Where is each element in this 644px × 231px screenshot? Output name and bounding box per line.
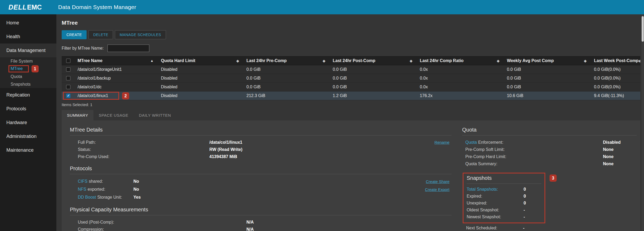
dd-boost-link[interactable]: DD Boost	[78, 195, 96, 200]
status-row: Status: RW (Read Write)	[78, 146, 452, 153]
protocols-title: Protocols	[70, 165, 452, 174]
sidebar-item-quota[interactable]: Quota	[0, 73, 56, 80]
row-checkbox[interactable]	[66, 67, 70, 72]
oldest-snapshot-row: Oldest Snapshot: -	[467, 207, 541, 213]
table-row-backup[interactable]: /data/col1/backup Disabled 0.0 GiB 0.0 G…	[62, 74, 640, 83]
mtree-details-title: MTree Details	[70, 127, 452, 136]
hard-limit-row: Pre-Comp Hard Limit: None	[465, 153, 637, 160]
toolbar: CREATE DELETE MANAGE SCHEDULES	[62, 30, 640, 39]
dell-emc-logo: DELLEMC	[8, 3, 42, 11]
app-title: Data Domain System Manager	[58, 4, 136, 10]
quota-section: Quota QuotaEnforcement: Disabled Pre-Com…	[462, 127, 637, 167]
page-title: MTree	[62, 20, 640, 26]
annotation-badge-3: 3	[550, 175, 557, 182]
sidebar-item-protocols[interactable]: Protocols	[0, 102, 56, 116]
mtree-table: MTree Name▲ Quota Hard Limit◆ Last 24hr …	[62, 56, 640, 100]
protocols-section: Protocols CIFSshared: No Create Share NF…	[70, 165, 452, 201]
sidebar-item-file-system[interactable]: File System	[0, 57, 56, 65]
manage-schedules-button[interactable]: MANAGE SCHEDULES	[115, 30, 166, 39]
cell-comp-ratio: 0.0x	[417, 76, 504, 81]
vertical-scrollbar[interactable]	[641, 14, 644, 231]
sort-icon: ◆	[323, 59, 325, 63]
mtree-details-section: MTree Details Full Path: /data/col1/linu…	[70, 127, 452, 160]
rename-link[interactable]: Rename	[434, 140, 449, 145]
cell-last-week: 9.4 GiB(-11.3%)	[591, 93, 640, 98]
sort-icon: ◆	[497, 59, 499, 63]
quota-link[interactable]: Quota	[465, 140, 477, 145]
column-header-last-24hr-comp-ratio[interactable]: Last 24hr Comp Ratio◆	[417, 58, 504, 63]
nfs-row: NFSexported: No Create Export	[78, 185, 452, 193]
row-checkbox-checked[interactable]	[66, 94, 70, 98]
cell-weekly-avg: 0.0 GiB	[504, 85, 591, 89]
column-header-last-24hr-pre-comp[interactable]: Last 24hr Pre-Comp◆	[244, 58, 330, 63]
sort-icon: ◆	[584, 59, 587, 63]
cell-last-week: 0.0 GiB(0.0%)	[591, 76, 640, 81]
sidebar-item-health[interactable]: Health	[0, 30, 56, 43]
cell-last-week: 0.0 GiB(0.0%)	[591, 67, 640, 72]
soft-limit-row: Pre-Comp Soft Limit: None	[465, 146, 637, 153]
sidebar-item-home[interactable]: Home	[0, 16, 56, 30]
cell-quota-hard-limit: Disabled	[158, 67, 244, 72]
next-scheduled-row: Next Scheduled: -	[466, 224, 637, 231]
expired-row: Expired: 0	[467, 193, 541, 200]
cell-weekly-avg: 10.6 GiB	[504, 93, 591, 98]
cell-comp-ratio: 0.0x	[417, 67, 504, 72]
sidebar-item-hardware[interactable]: Hardware	[0, 116, 56, 129]
main-content: MTree CREATE DELETE MANAGE SCHEDULES Fil…	[56, 14, 644, 231]
sort-icon: ◆	[410, 59, 412, 63]
quota-title: Quota	[462, 127, 637, 136]
sidebar-item-replication[interactable]: Replication	[0, 88, 56, 102]
sort-ascending-icon: ▲	[150, 59, 154, 63]
column-header-last-24hr-post-comp[interactable]: Last 24hr Post-Comp◆	[330, 58, 417, 63]
summary-right-column: Quota QuotaEnforcement: Disabled Pre-Com…	[462, 127, 637, 231]
column-header-last-week-post-comp[interactable]: Last Week Post-Comp◆	[591, 58, 640, 63]
column-header-mtree-name[interactable]: MTree Name▲	[75, 58, 158, 63]
sidebar-item-snapshots[interactable]: Snapshots	[0, 80, 56, 88]
sidebar-item-data-management[interactable]: Data Management	[0, 43, 56, 57]
snapshots-title: Snapshots	[467, 175, 541, 184]
cifs-link[interactable]: CIFS	[78, 179, 87, 184]
cell-post-comp: 1.2 GiB	[330, 93, 417, 98]
annotation-badge-1: 1	[31, 65, 39, 72]
nfs-link[interactable]: NFS	[78, 187, 86, 192]
cell-pre-comp: 0.0 GiB	[244, 76, 330, 81]
row-checkbox[interactable]	[66, 76, 70, 80]
cell-comp-ratio: 0.0x	[417, 85, 504, 89]
cell-pre-comp: 0.0 GiB	[244, 85, 330, 89]
sidebar-item-maintenance[interactable]: Maintenance	[0, 143, 56, 157]
cell-quota-hard-limit: Disabled	[158, 85, 244, 89]
table-row-dc[interactable]: /data/col1/dc Disabled 0.0 GiB 0.0 GiB 0…	[62, 83, 640, 91]
annotation-box-3: 3 Snapshots Total Snapshots: 0 Expired: …	[463, 173, 545, 223]
delete-button[interactable]: DELETE	[88, 30, 113, 39]
filter-mtree-name-input[interactable]	[107, 45, 149, 52]
used-post-comp-row: Used (Post-Comp): N/A	[78, 219, 452, 226]
tab-space-usage[interactable]: SPACE USAGE	[93, 110, 134, 120]
create-share-link[interactable]: Create Share	[426, 179, 449, 184]
total-snapshots-row: Total Snapshots: 0	[467, 186, 541, 193]
unexpired-row: Unexpired: 0	[467, 200, 541, 207]
create-button[interactable]: CREATE	[62, 30, 87, 39]
column-header-quota-hard-limit[interactable]: Quota Hard Limit◆	[158, 58, 244, 63]
tab-daily-written[interactable]: DAILY WRITTEN	[134, 110, 176, 120]
table-row-storageunit1[interactable]: /data/col1/StorageUnit1 Disabled 0.0 GiB…	[62, 65, 640, 74]
newest-snapshot-row: Newest Snapshot: -	[467, 213, 541, 220]
row-checkbox[interactable]	[66, 85, 70, 89]
create-export-link[interactable]: Create Export	[425, 187, 449, 192]
physical-capacity-title: Physical Capacity Measurements	[70, 207, 452, 215]
total-snapshots-link[interactable]: Total Snapshots:	[467, 187, 498, 192]
column-header-weekly-avg-post-comp[interactable]: Weekly Avg Post Comp◆	[504, 58, 591, 63]
ddboost-row: DD BoostStorage Unit: Yes	[78, 193, 452, 201]
compression-row: Compression: N/A	[78, 226, 452, 231]
scrollbar-thumb[interactable]	[642, 16, 644, 42]
cifs-row: CIFSshared: No Create Share	[78, 177, 452, 185]
sidebar-item-administration[interactable]: Administration	[0, 129, 56, 143]
cell-mtree-name: /data/col1/linux1	[75, 93, 158, 98]
table-row-linux1-selected[interactable]: 2 /data/col1/linux1 Disabled 212.3 GiB 1…	[62, 91, 640, 100]
select-all-checkbox[interactable]	[66, 59, 70, 63]
emc-logo-text: EMC	[27, 3, 42, 11]
cell-comp-ratio: 176.2x	[417, 93, 504, 98]
annotation-box-1: MTree	[8, 65, 29, 72]
sidebar-item-mtree[interactable]: MTree 1	[0, 65, 56, 73]
tab-summary[interactable]: SUMMARY	[62, 110, 93, 120]
physical-capacity-section: Physical Capacity Measurements Used (Pos…	[70, 207, 452, 231]
